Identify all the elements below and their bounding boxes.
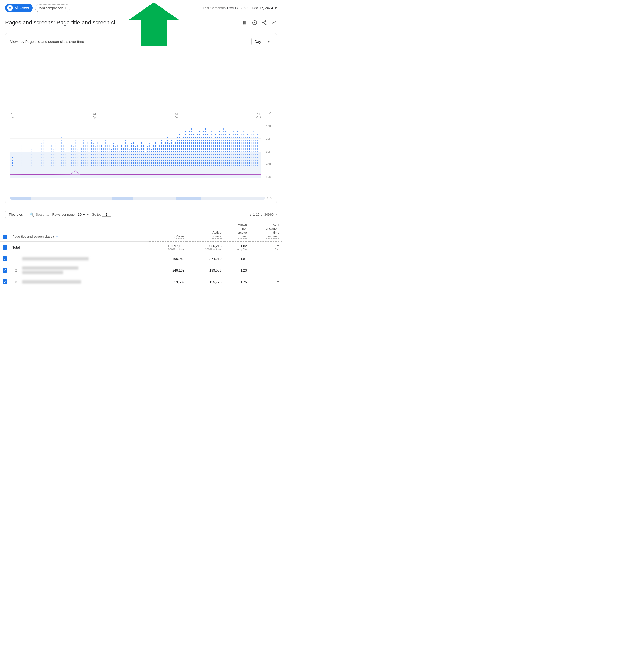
row3-avg: 1m — [249, 277, 282, 287]
total-vpa-sub: Avg 0% — [227, 248, 247, 251]
svg-point-6 — [262, 22, 264, 23]
row2-checkbox[interactable]: ✓ — [3, 268, 7, 273]
chart-header: Views by Page title and screen class ove… — [10, 38, 272, 45]
total-views-per-active-cell: 1.82 Avg 0% — [224, 241, 249, 254]
vpa-line2: per — [238, 227, 247, 231]
rows-per-page-control: Rows per page: 10 25 50 ▾ — [52, 212, 89, 217]
add-comparison-label: Add comparison — [39, 6, 63, 10]
row2-checkbox-cell: ✓ — [0, 264, 10, 277]
goto-input[interactable] — [102, 212, 111, 217]
svg-line-9 — [263, 21, 265, 22]
total-checkbox[interactable]: ✓ — [3, 245, 7, 250]
page-title: Pages and screens: Page title and screen… — [5, 19, 115, 26]
data-table: − Page title and screen class ▾ + ↓ View… — [0, 221, 282, 287]
views-col-label: Views — [176, 234, 185, 239]
row1-checkbox[interactable]: ✓ — [3, 256, 7, 261]
scroll-right-button[interactable]: › — [270, 196, 272, 201]
row1-views: 495,269 — [149, 254, 187, 264]
scrollbar-row: ‹ › — [10, 194, 272, 203]
views-col-header: ↓ Views — [152, 234, 185, 239]
goto-wrap: Go to: — [92, 212, 111, 217]
total-label-cell: Total — [10, 241, 149, 254]
scrollbar-track[interactable] — [10, 197, 265, 200]
active-users-col-header: Active users — [212, 231, 221, 239]
row1-title — [22, 257, 89, 260]
trend-icon-button[interactable] — [271, 20, 277, 25]
th-active-users: Active users — [187, 221, 224, 241]
y-label-20k: 20K — [262, 137, 271, 140]
total-avg: 1m — [252, 244, 279, 248]
row2-views: 246,139 — [149, 264, 187, 277]
share-icon-button[interactable] — [261, 20, 267, 25]
total-active-users-cell: 5,536,213 100% of total — [187, 241, 224, 254]
next-page-button[interactable]: › — [276, 212, 277, 217]
vpa-line3: active — [238, 231, 247, 234]
search-placeholder[interactable]: Search... — [36, 212, 49, 216]
row3-checkbox[interactable]: ✓ — [3, 279, 7, 284]
th-views-per-active: Views per active user — [224, 221, 249, 241]
total-checkbox-cell: ✓ — [0, 241, 10, 254]
columns-icon-button[interactable] — [242, 20, 248, 25]
date-range-value: Dec 17, 2023 - Dec 17, 2024 — [227, 6, 273, 10]
top-bar-left: A All Users Add comparison + — [5, 4, 70, 12]
table-row: ✓ 3 219,632 125,776 1.75 1m — [0, 277, 282, 287]
row2-title-line2 — [22, 271, 63, 274]
row1-checkbox-cell: ✓ — [0, 254, 10, 264]
day-dropdown[interactable]: Day Week Month — [251, 38, 272, 45]
row1-active-users: 274,219 — [187, 254, 224, 264]
pagination-text: 1-10 of 34960 — [253, 212, 273, 216]
page-title-col-label: Page title and screen class — [12, 235, 52, 238]
plot-rows-button[interactable]: Plot rows — [5, 211, 26, 218]
compare-icon — [252, 20, 257, 25]
all-users-chip[interactable]: A All Users — [5, 4, 32, 12]
y-label-0: 0 — [262, 112, 271, 115]
day-dropdown-wrap[interactable]: Day Week Month — [251, 38, 272, 45]
row2-title-line1 — [22, 266, 79, 270]
page-title-icons — [242, 20, 277, 25]
table-row: ✓ 1 495,269 274,219 1.81 : — [0, 254, 282, 264]
rows-per-page-label: Rows per page: — [52, 212, 76, 216]
chart-title: Views by Page title and screen class ove… — [10, 40, 84, 44]
add-column-button[interactable]: + — [56, 234, 58, 239]
th-checkbox: − — [0, 221, 10, 241]
compare-icon-button[interactable] — [252, 20, 257, 25]
rows-per-page-select[interactable]: 10 25 50 — [77, 212, 86, 217]
col-with-plus: Page title and screen class ▾ + — [12, 234, 147, 239]
svg-rect-2 — [244, 21, 246, 25]
total-active-users: 5,536,213 — [190, 244, 221, 248]
total-views-cell: 10,097,110 100% of total — [149, 241, 187, 254]
active-users-line1: Active — [212, 231, 221, 234]
search-wrap: 🔍 Search... — [29, 212, 49, 217]
table-controls: Plot rows 🔍 Search... Rows per page: 10 … — [0, 208, 282, 221]
total-avg-sub: Avg — [252, 248, 279, 251]
total-row: ✓ Total 10,097,110 100% of total 5,536,2… — [0, 241, 282, 254]
scroll-left-button[interactable]: ‹ — [266, 196, 269, 201]
rows-dropdown-icon: ▾ — [87, 213, 89, 216]
row1-num: 1 — [12, 257, 20, 261]
row2-num: 2 — [12, 269, 20, 272]
vpa-line1: Views — [238, 223, 247, 227]
prev-page-button[interactable]: ‹ — [249, 212, 251, 217]
views-per-active-col-header: Views per active user — [238, 223, 247, 239]
total-views-per-active: 1.82 — [227, 244, 247, 248]
total-views-sub: 100% of total — [152, 248, 185, 251]
goto-label: Go to: — [92, 212, 101, 216]
svg-point-4 — [254, 22, 255, 23]
page-title-row: Pages and screens: Page title and screen… — [0, 15, 282, 28]
date-range-label: Last 12 months — [203, 6, 226, 10]
trend-icon — [271, 20, 277, 25]
select-all-checkbox[interactable]: − — [3, 235, 7, 239]
page-title-col-dropdown[interactable]: Page title and screen class ▾ — [12, 235, 54, 238]
svg-rect-1 — [243, 21, 244, 25]
add-icon: + — [64, 6, 66, 10]
add-comparison-button[interactable]: Add comparison + — [35, 4, 70, 12]
svg-point-7 — [265, 24, 267, 25]
avg-engagement-col-header: Aver engagem time active u — [265, 223, 279, 239]
chart-y-labels: 50K 40K 30K 20K 10K 0 — [262, 112, 272, 178]
avatar: A — [7, 5, 13, 11]
date-dropdown-button[interactable]: ▾ — [275, 5, 277, 11]
row2-vpa: 1.23 — [224, 264, 249, 277]
row2-active-users: 199,588 — [187, 264, 224, 277]
columns-icon — [242, 20, 248, 25]
th-avg-engagement: Aver engagem time active u — [249, 221, 282, 241]
